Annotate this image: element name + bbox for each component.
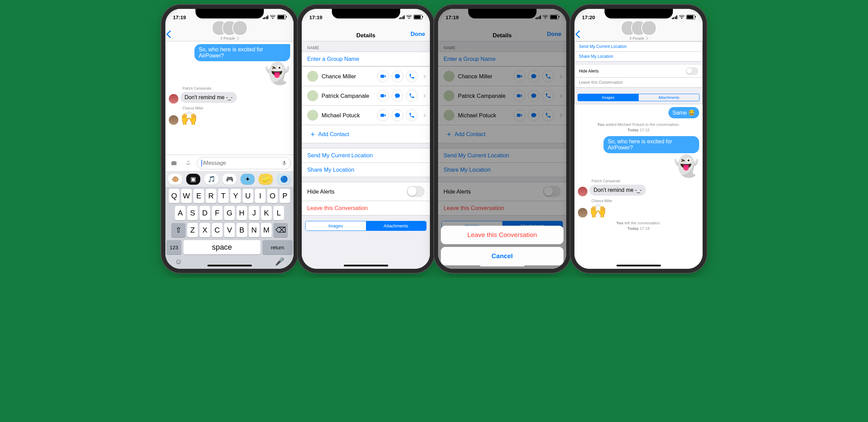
key[interactable]: Z	[187, 223, 198, 237]
sheet-cancel-button[interactable]: Cancel	[441, 247, 564, 265]
participant-row[interactable]: Chance Miller	[302, 66, 430, 86]
send-location-button[interactable]: Send My Current Location	[302, 148, 430, 163]
facetime-button[interactable]	[377, 90, 389, 102]
segment-images[interactable]: Images	[578, 94, 639, 101]
avatar[interactable]	[578, 187, 587, 196]
key[interactable]: C	[212, 223, 222, 237]
avatar[interactable]	[169, 94, 178, 104]
message-emoji-hands[interactable]: 🙌	[589, 204, 607, 217]
chat-scroll[interactable]: Send My Current Location Share My Locati…	[574, 41, 703, 269]
message-bubble-received[interactable]: Don't remind me -_-	[589, 185, 646, 196]
app-game[interactable]: 🎮	[222, 174, 236, 185]
key[interactable]: E	[193, 189, 204, 203]
key-space[interactable]: space	[184, 240, 260, 254]
app-animoji[interactable]: 🐵	[168, 174, 182, 185]
key[interactable]: W	[181, 189, 192, 203]
app-stickers-1[interactable]: ✦	[241, 174, 255, 185]
share-location-button[interactable]: Share My Location	[302, 163, 430, 177]
app-stickers-2[interactable]: 🧽	[259, 174, 273, 185]
key[interactable]: G	[224, 206, 235, 220]
message-bubble-sent[interactable]: So, who here is excited for AirPower?	[603, 136, 699, 153]
message-emoji-hands[interactable]: 🙌	[180, 111, 198, 125]
call-button[interactable]	[406, 90, 418, 102]
home-indicator[interactable]	[616, 265, 661, 266]
back-button[interactable]	[577, 31, 582, 38]
home-indicator[interactable]	[344, 265, 388, 266]
back-button[interactable]	[167, 31, 173, 38]
hide-alerts-toggle[interactable]	[686, 67, 698, 75]
keyboard[interactable]: Q W E R T Y U I O P A S D F G H	[165, 187, 294, 269]
camera-button[interactable]	[168, 157, 180, 169]
key-emoji[interactable]: ☺	[175, 257, 182, 266]
facetime-button[interactable]	[377, 70, 389, 82]
message-bubble-received[interactable]: Don't remind me -_-	[180, 92, 237, 103]
key[interactable]: T	[218, 189, 229, 203]
key[interactable]: A	[175, 206, 186, 220]
app-stickers-3[interactable]: 🔵	[277, 174, 291, 185]
share-location-button[interactable]: Share My Location	[575, 52, 702, 62]
segment-images[interactable]: Images	[306, 221, 366, 230]
avatar[interactable]	[169, 115, 178, 125]
key[interactable]: F	[212, 206, 222, 220]
hide-alerts-row[interactable]: Hide Alerts	[575, 65, 702, 78]
key[interactable]: R	[206, 189, 216, 203]
app-strip[interactable]: 🐵 ▣ 🎵 🎮 ✦ 🧽 🔵	[165, 171, 294, 187]
call-button[interactable]	[406, 109, 418, 121]
key-backspace[interactable]: ⌫	[273, 223, 288, 237]
home-indicator[interactable]	[480, 265, 525, 266]
key[interactable]: O	[267, 189, 278, 203]
add-contact-button[interactable]: ＋Add Contact	[302, 125, 430, 143]
call-button[interactable]	[406, 70, 418, 82]
key[interactable]: U	[243, 189, 253, 203]
sheet-leave-button[interactable]: Leave this Conversation	[441, 226, 564, 244]
key[interactable]: Y	[230, 189, 241, 203]
key[interactable]: S	[187, 206, 198, 220]
facetime-button[interactable]	[377, 109, 389, 121]
key-123[interactable]: 123	[166, 240, 181, 254]
dictate-button[interactable]	[280, 159, 288, 167]
avatar[interactable]	[578, 208, 587, 217]
key[interactable]: P	[280, 189, 290, 203]
segment-attachments[interactable]: Attachments	[366, 221, 426, 230]
app-digital-touch[interactable]: ▣	[186, 174, 200, 185]
message-field[interactable]	[197, 157, 291, 169]
details-scroll[interactable]: NAME Enter a Group Name Chance Miller Pa…	[302, 41, 430, 269]
attachments-segmented[interactable]: Images Attachments	[305, 221, 426, 231]
message-button[interactable]	[392, 70, 403, 82]
key[interactable]: N	[249, 223, 259, 237]
hide-alerts-row[interactable]: Hide Alerts	[302, 182, 430, 201]
attachments-segmented[interactable]: ImagesAttachments	[578, 94, 700, 101]
done-button[interactable]: Done	[411, 31, 425, 38]
key[interactable]: V	[224, 223, 235, 237]
message-input[interactable]	[202, 160, 280, 167]
key[interactable]: X	[200, 223, 210, 237]
key[interactable]: L	[273, 206, 284, 220]
message-emoji-ghost[interactable]: 👻	[265, 63, 290, 84]
chat-scroll[interactable]: So, who here is excited for AirPower? 👻 …	[165, 41, 294, 269]
message-bubble-sent[interactable]: Same 😂	[668, 107, 699, 118]
message-emoji-ghost[interactable]: 👻	[674, 156, 699, 176]
message-button[interactable]	[392, 109, 403, 121]
segment-attachments[interactable]: Attachments	[639, 94, 700, 101]
group-name-field[interactable]: Enter a Group Name	[302, 52, 430, 66]
key[interactable]: M	[261, 223, 272, 237]
appstore-button[interactable]	[182, 157, 194, 169]
key[interactable]: D	[200, 206, 210, 220]
key[interactable]: J	[249, 206, 259, 220]
home-indicator[interactable]	[207, 265, 252, 266]
key[interactable]: B	[236, 223, 247, 237]
key[interactable]: I	[255, 189, 266, 203]
key[interactable]: K	[261, 206, 272, 220]
participant-row[interactable]: Michael Potuck	[302, 106, 430, 125]
key-mic[interactable]: 🎤	[275, 257, 284, 266]
participant-row[interactable]: Patrick Campanale	[302, 86, 430, 106]
key-return[interactable]: return	[262, 240, 293, 254]
message-button[interactable]	[392, 90, 403, 102]
key-shift[interactable]: ⇧	[171, 223, 186, 237]
leave-conversation-button[interactable]: Leave this Conversation	[302, 201, 430, 215]
hide-alerts-toggle[interactable]	[407, 186, 424, 197]
send-location-button[interactable]: Send My Current Location	[575, 42, 702, 52]
message-bubble-sent[interactable]: So, who here is excited for AirPower?	[194, 44, 290, 61]
key[interactable]: H	[236, 206, 247, 220]
app-music[interactable]: 🎵	[204, 174, 218, 185]
